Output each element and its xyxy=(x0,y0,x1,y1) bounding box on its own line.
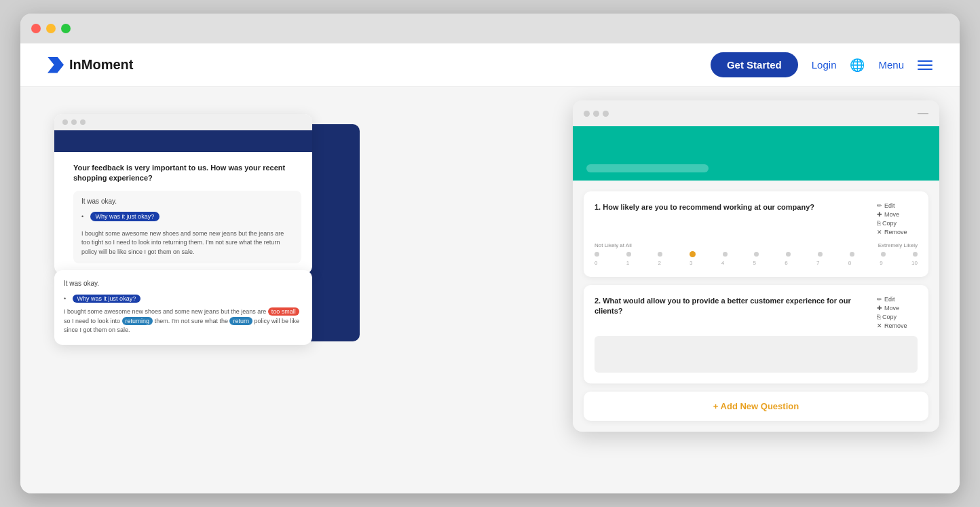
scale-label-right: Extremely Likely xyxy=(878,242,918,248)
window-titlebar-top xyxy=(54,114,312,130)
minimize-button[interactable] xyxy=(46,24,56,33)
scale-dot-2[interactable] xyxy=(658,252,662,257)
edit-icon-1: ✏ xyxy=(877,202,882,209)
conv-tag-top: Why was it just okay? xyxy=(90,212,160,221)
survey-dots xyxy=(584,111,609,117)
scale-numbers: 0 1 2 3 4 5 6 7 8 9 10 xyxy=(595,260,918,266)
main-content: Your feedback is very important to us. H… xyxy=(20,87,960,493)
conversation-window-bottom: It was okay. • Why was it just okay? I b… xyxy=(54,270,312,345)
survey-body: 1. How likely are you to recommend worki… xyxy=(573,181,939,432)
remove-button-2[interactable]: ✕ Remove xyxy=(877,322,907,329)
survey-header xyxy=(573,126,939,181)
scale-dot-7[interactable] xyxy=(818,252,823,257)
scale-label-left: Not Likely at All xyxy=(595,242,632,248)
response-area-top: It was okay. • Why was it just okay? I b… xyxy=(73,191,301,264)
scale-dot-1[interactable] xyxy=(626,252,631,257)
logo-text: InMoment xyxy=(69,57,133,73)
edit-button-2[interactable]: ✏ Edit xyxy=(877,296,895,303)
move-button-2[interactable]: ✚ Move xyxy=(877,305,899,312)
copy-icon-1: ⎘ xyxy=(877,220,880,227)
scale-num-1: 1 xyxy=(626,260,629,266)
get-started-button[interactable]: Get Started xyxy=(711,52,798,77)
scale-dot-5[interactable] xyxy=(754,252,759,257)
survey-panel: — 1. How likely are you to recommend wor… xyxy=(573,100,939,432)
scale-num-6: 6 xyxy=(785,260,787,266)
dark-bar-top xyxy=(54,130,312,152)
scale-num-0: 0 xyxy=(595,260,597,266)
survey-header-bar xyxy=(586,164,709,172)
copy-button-1[interactable]: ⎘ Copy xyxy=(877,220,897,227)
question-card-2: 2. What would allow you to provide a bet… xyxy=(584,285,928,383)
add-question-button[interactable]: + Add New Question xyxy=(584,392,928,421)
highlight-return: return xyxy=(229,317,252,325)
scale-num-7: 7 xyxy=(816,260,819,266)
move-icon-1: ✚ xyxy=(877,211,882,218)
scale-dot-10[interactable] xyxy=(913,252,918,257)
question-1-header: 1. How likely are you to recommend worki… xyxy=(595,202,918,236)
nav-right: Get Started Login 🌐 Menu xyxy=(711,52,932,77)
question-1-actions: ✏ Edit ✚ Move ⎘ Copy xyxy=(877,202,918,236)
body-text-mid2: them. I'm not sure what the xyxy=(155,318,228,324)
scale-dot-8[interactable] xyxy=(850,252,854,257)
question-2-actions: ✏ Edit ✚ Move ⎘ Copy xyxy=(877,296,918,329)
question-text: Your feedback is very important to us. H… xyxy=(73,163,301,184)
textarea-preview-2 xyxy=(595,336,918,373)
scale-dots xyxy=(595,251,918,257)
scale-dot-0[interactable] xyxy=(595,252,599,257)
panel-left-bottom: It was okay. • Why was it just okay? I b… xyxy=(54,270,312,356)
scale-container-1: Not Likely at All Extremely Likely xyxy=(595,242,918,266)
panel-left-top: Your feedback is very important to us. H… xyxy=(54,114,312,285)
dot-3 xyxy=(80,119,86,125)
survey-titlebar: — xyxy=(573,100,939,126)
edit-button-1[interactable]: ✏ Edit xyxy=(877,202,895,209)
scale-labels: Not Likely at All Extremely Likely xyxy=(595,242,918,248)
globe-icon[interactable]: 🌐 xyxy=(850,58,865,73)
conversation-card-top: Your feedback is very important to us. H… xyxy=(54,152,312,274)
edit-icon-2: ✏ xyxy=(877,296,882,303)
logo-icon xyxy=(48,57,64,73)
scale-dot-9[interactable] xyxy=(881,252,886,257)
menu-label[interactable]: Menu xyxy=(878,59,904,71)
survey-dot-3 xyxy=(603,111,609,117)
dot-1 xyxy=(62,119,68,125)
browser-titlebar xyxy=(20,14,960,43)
scale-num-4: 4 xyxy=(721,260,724,266)
conversation-card-bottom: It was okay. • Why was it just okay? I b… xyxy=(54,270,312,345)
browser-window: InMoment Get Started Login 🌐 Menu xyxy=(20,14,960,493)
remove-icon-1: ✕ xyxy=(877,229,882,236)
survey-minimize-icon[interactable]: — xyxy=(918,107,928,119)
conv-body-bottom: I bought some awesome new shoes and some… xyxy=(64,307,303,335)
response-intro-top: It was okay. xyxy=(81,198,293,205)
dot-2 xyxy=(71,119,77,125)
scale-num-5: 5 xyxy=(753,260,756,266)
move-icon-2: ✚ xyxy=(877,305,882,312)
body-text-before: I bought some awesome new shoes and some… xyxy=(64,308,266,315)
survey-dot-1 xyxy=(584,111,590,117)
navbar: InMoment Get Started Login 🌐 Menu xyxy=(20,43,960,87)
close-button[interactable] xyxy=(31,24,41,33)
scale-dot-4[interactable] xyxy=(723,252,728,257)
question-1-title: 1. How likely are you to recommend worki… xyxy=(595,202,877,212)
question-card-1: 1. How likely are you to recommend worki… xyxy=(584,191,928,277)
login-link[interactable]: Login xyxy=(812,59,837,71)
hamburger-menu[interactable] xyxy=(918,60,932,70)
scale-num-10: 10 xyxy=(911,260,918,266)
survey-dot-2 xyxy=(593,111,599,117)
copy-button-2[interactable]: ⎘ Copy xyxy=(877,314,897,320)
scale-num-9: 9 xyxy=(880,260,882,266)
response-intro-bottom: It was okay. xyxy=(64,280,303,287)
scale-dot-6[interactable] xyxy=(786,252,791,257)
conversation-window-top: Your feedback is very important to us. H… xyxy=(54,114,312,274)
scale-dot-3[interactable] xyxy=(690,251,696,257)
move-button-1[interactable]: ✚ Move xyxy=(877,211,899,218)
highlight-returning: returning xyxy=(122,317,153,325)
fullscreen-button[interactable] xyxy=(61,24,71,33)
remove-button-1[interactable]: ✕ Remove xyxy=(877,229,907,236)
body-text-mid: so I need to look into xyxy=(64,318,120,324)
scale-num-2: 2 xyxy=(658,260,660,266)
highlight-too-small: too small xyxy=(268,307,299,316)
question-2-title: 2. What would allow you to provide a bet… xyxy=(595,296,877,317)
scale-num-3: 3 xyxy=(690,260,692,266)
question-2-header: 2. What would allow you to provide a bet… xyxy=(595,296,918,329)
remove-icon-2: ✕ xyxy=(877,322,882,329)
